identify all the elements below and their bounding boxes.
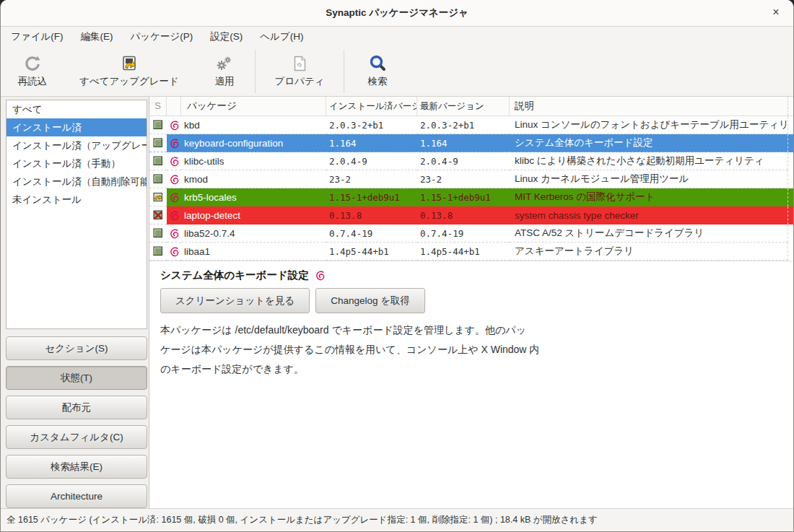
status-installed-icon (149, 116, 167, 134)
status-upgrade-icon (149, 188, 167, 206)
sections-button[interactable]: セクション(S) (6, 336, 147, 360)
properties-button[interactable]: プロパティ (256, 47, 344, 96)
latest-version: 2.0.4-9 (417, 152, 510, 170)
filter-installed-autoremovable[interactable]: インストール済（自動削除可能） (6, 173, 147, 191)
installed-version: 1.164 (326, 134, 417, 152)
debian-swirl-icon (167, 116, 181, 134)
installed-version: 2.0.3-2+b1 (326, 116, 417, 134)
main-panel: S パッケージ インストール済バージョン 最新バージョン 説明 kbd 2.0.… (149, 97, 793, 508)
status-installed-icon (149, 152, 167, 170)
statusbar-text: 全 1615 パッケージ (インストール済: 1615 個, 破損 0 個, イ… (6, 514, 598, 526)
menu-package[interactable]: パッケージ(P) (122, 27, 202, 47)
row-spacer (788, 116, 793, 134)
upgrade-all-icon (120, 53, 139, 74)
debian-swirl-icon (315, 270, 326, 281)
header-package[interactable]: パッケージ (181, 97, 326, 115)
reload-icon (23, 53, 42, 74)
filter-installed-manual[interactable]: インストール済（手動） (6, 154, 147, 173)
installed-version: 1.4p5-44+b1 (326, 243, 417, 261)
menubar: ファイル(F) 編集(E) パッケージ(P) 設定(S) ヘルプ(H) (1, 27, 793, 47)
menu-edit[interactable]: 編集(E) (72, 27, 122, 47)
latest-version: 1.164 (417, 134, 510, 152)
row-spacer (788, 206, 793, 224)
table-row[interactable]: klibc-utils 2.0.4-9 2.0.4-9 klibc により構築さ… (149, 152, 793, 170)
latest-version: 23-2 (417, 170, 510, 188)
package-name: keyboard-configuration (181, 134, 326, 152)
table-row[interactable]: libaa1 1.4p5-44+b1 1.4p5-44+b1 アスキーアートライ… (149, 243, 793, 261)
package-name: klibc-utils (181, 152, 326, 170)
latest-version: 1.15-1+deb9u1 (417, 188, 510, 206)
debian-swirl-icon (167, 170, 181, 188)
menu-help[interactable]: ヘルプ(H) (251, 27, 312, 47)
table-row[interactable]: liba52-0.7.4 0.7.4-19 0.7.4-19 ATSC A/52… (149, 224, 793, 243)
properties-icon (291, 53, 308, 74)
get-screenshot-button[interactable]: スクリーンショットを見る (160, 288, 310, 313)
search-results-button[interactable]: 検索結果(E) (6, 455, 147, 479)
titlebar[interactable]: Synaptic パッケージマネージャ × (1, 0, 793, 27)
status-installed-icon (149, 224, 167, 243)
row-spacer (788, 134, 793, 152)
statusbar: 全 1615 パッケージ (インストール済: 1615 個, 破損 0 個, イ… (1, 508, 793, 531)
status-installed-icon (149, 134, 167, 152)
header-installed-version[interactable]: インストール済バージョン (326, 97, 417, 115)
filter-all[interactable]: すべて (6, 100, 147, 118)
latest-version: 1.4p5-44+b1 (417, 243, 510, 261)
installed-version: 23-2 (326, 170, 417, 188)
menu-file[interactable]: ファイル(F) (2, 27, 72, 47)
table-row-marked-removal[interactable]: laptop-detect 0.13.8 0.13.8 system chass… (149, 206, 793, 224)
debian-swirl-icon (167, 134, 181, 152)
debian-swirl-icon (167, 152, 181, 170)
header-status[interactable]: S (149, 97, 167, 115)
filter-installed[interactable]: インストール済 (6, 118, 147, 136)
reload-button[interactable]: 再読込 (1, 47, 64, 96)
toolbar: 再読込 すべてアップグレード 適用 (1, 47, 793, 97)
sidebar-view-buttons: セクション(S) 状態(T) 配布元 カスタムフィルタ(C) 検索結果(E) A… (6, 336, 147, 508)
description-line: 本パッケージは /etc/default/keyboard でキーボード設定を管… (160, 320, 783, 340)
search-button[interactable]: 検索 (344, 47, 411, 96)
package-description: MIT Kerberos の国際化サポート (510, 188, 788, 206)
installed-version: 0.7.4-19 (326, 224, 417, 243)
row-spacer (788, 224, 793, 243)
package-description: Linux コンソールのフォントおよびキーテーブル用ユーティリティ (510, 116, 788, 134)
status-installed-icon (149, 243, 167, 261)
filter-not-installed[interactable]: 未インストール (6, 191, 147, 209)
header-origin-icon[interactable] (167, 97, 181, 115)
package-description: システム全体のキーボード設定 (510, 134, 788, 152)
latest-version: 0.13.8 (417, 206, 510, 224)
status-installed-icon (149, 170, 167, 188)
filter-list: すべて インストール済 インストール済（アップグレード可） インストール済（手動… (6, 100, 147, 329)
table-row-selected[interactable]: keyboard-configuration 1.164 1.164 システム全… (149, 134, 793, 152)
package-name: kmod (181, 170, 326, 188)
debian-swirl-icon (167, 224, 181, 243)
package-description: Linux カーネルモジュール管理用ツール (510, 170, 788, 188)
row-spacer (788, 170, 793, 188)
search-label: 検索 (368, 75, 388, 88)
status-button[interactable]: 状態(T) (6, 366, 147, 390)
table-row-marked-upgrade[interactable]: krb5-locales 1.15-1+deb9u1 1.15-1+deb9u1… (149, 188, 793, 206)
properties-label: プロパティ (274, 75, 324, 88)
apply-gears-icon (215, 53, 234, 74)
installed-version: 2.0.4-9 (326, 152, 417, 170)
package-name: laptop-detect (181, 206, 326, 224)
latest-version: 2.0.3-2+b1 (417, 116, 510, 134)
installed-version: 0.13.8 (326, 206, 417, 224)
package-name: libaa1 (181, 243, 326, 261)
get-changelog-button[interactable]: Changelog を取得 (315, 288, 425, 313)
row-spacer (788, 188, 793, 206)
close-icon[interactable]: × (767, 0, 785, 25)
table-row[interactable]: kbd 2.0.3-2+b1 2.0.3-2+b1 Linux コンソールのフォ… (149, 116, 793, 134)
apply-button[interactable]: 適用 (194, 47, 255, 96)
package-description: アスキーアートライブラリ (510, 243, 788, 261)
filter-installed-upgradable[interactable]: インストール済（アップグレード可） (6, 136, 147, 154)
architecture-button[interactable]: Architecture (6, 484, 147, 508)
header-description[interactable]: 説明 (510, 97, 788, 115)
header-latest-version[interactable]: 最新バージョン (417, 97, 510, 115)
search-icon (368, 53, 387, 74)
table-row[interactable]: kmod 23-2 23-2 Linux カーネルモジュール管理用ツール (149, 170, 793, 188)
menu-settings[interactable]: 設定(S) (201, 27, 251, 47)
upgrade-all-button[interactable]: すべてアップグレード (64, 47, 194, 96)
package-name: krb5-locales (181, 188, 326, 206)
custom-filters-button[interactable]: カスタムフィルタ(C) (6, 425, 147, 449)
details-pane: システム全体のキーボード設定 スクリーンショットを見る Changelog を取… (149, 261, 793, 508)
origin-button[interactable]: 配布元 (6, 396, 147, 419)
